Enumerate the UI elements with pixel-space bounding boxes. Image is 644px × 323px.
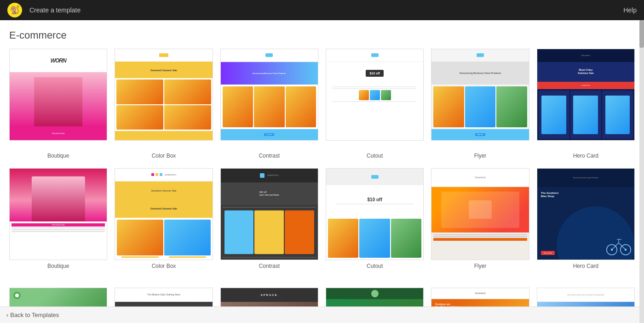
- mc-logo: [371, 290, 379, 297]
- template-thumb-herocard[interactable]: View this email in your browser The Sout…: [537, 168, 635, 260]
- template-thumb-announcing-biz[interactable]: Announcing Business Class Products Shop …: [220, 49, 318, 141]
- template-label-boutique: Boutique: [9, 150, 107, 159]
- ann-gray-banner: Announcing Business Class Products: [431, 62, 529, 85]
- gts-banner: Genertech Summer Sale: [115, 62, 212, 79]
- mono-header: SPRUCE: [221, 288, 318, 302]
- template-item-colorbox[interactable]: GENERTECH Genertech Summer Sale Genertec…: [115, 168, 213, 269]
- ann-gray-product-1: [433, 86, 464, 127]
- template-item-cutout[interactable]: $10 off Cutout: [326, 168, 424, 269]
- template-label-herocard: Hero Card: [537, 150, 635, 159]
- template-item-flyer[interactable]: Genertech Flyer: [431, 168, 529, 269]
- gts-logo: [159, 53, 168, 57]
- template-item-worn[interactable]: WORN PROJEKTPINK: [9, 49, 107, 141]
- ct-product-1: [224, 210, 254, 254]
- template-item-announcing-biz[interactable]: Announcing Business Class Products Shop …: [220, 49, 318, 141]
- tenoff-body: [326, 85, 423, 140]
- cb-logo-text: GENERTECH: [165, 174, 176, 176]
- template-thumb-genertech-summer[interactable]: Genertech Summer Sale: [115, 49, 213, 141]
- template-item-tenoff[interactable]: $10 off: [326, 49, 424, 141]
- ct-product-3: [285, 210, 314, 254]
- cb-logo-yellow: [155, 173, 158, 176]
- label-cutout: Cutout: [367, 153, 383, 159]
- hc-bike-icon: [605, 235, 632, 258]
- ct-logo-text: GENERTECH: [267, 174, 279, 176]
- ct-product-2: [254, 210, 284, 254]
- template-thumb-cutout[interactable]: $10 off: [326, 168, 424, 260]
- boutique-floral: [10, 169, 107, 221]
- template-item-solutions-dark[interactable]: Genertech Black FridaySolutions Sale Lim…: [537, 49, 635, 141]
- flyer-img-inner: [441, 192, 519, 228]
- scrollbar[interactable]: [639, 20, 644, 323]
- cutout-price: $10 off: [368, 197, 382, 202]
- flyer-btn: [433, 238, 527, 241]
- template-item-herocard[interactable]: View this email in your browser The Sout…: [537, 168, 635, 269]
- template-thumb-tenoff[interactable]: $10 off: [326, 49, 424, 141]
- template-thumb-worn[interactable]: WORN PROJEKTPINK: [9, 49, 107, 141]
- nc-header: Genertech: [431, 288, 529, 299]
- cb-header: GENERTECH: [115, 169, 212, 181]
- scrollbar-thumb[interactable]: [639, 20, 644, 48]
- template-name-flyer: Flyer: [474, 263, 487, 269]
- abc-banner: Announcing Business Class Products: [221, 62, 318, 85]
- template-thumb-flyer[interactable]: Genertech: [431, 168, 529, 260]
- tenoff-badge-inner: $10 off: [366, 70, 384, 77]
- template-label-cutout: Cutout: [326, 150, 424, 159]
- cb-prod-img-1: [117, 220, 163, 255]
- ann-gray-products: [431, 85, 529, 129]
- template-grid: WORN PROJEKTPINK Genertech Summer Sale: [9, 49, 635, 323]
- tenoff-badge: $10 off: [326, 62, 423, 85]
- label-boutique: Boutique: [47, 153, 69, 159]
- sol-products: [537, 89, 634, 140]
- mailchimp-logo: 🐒: [7, 3, 22, 17]
- abc-header: [221, 49, 318, 62]
- boutique-person: [32, 176, 85, 221]
- cutout-logo: [371, 175, 379, 179]
- ct-line-2: [223, 257, 316, 258]
- flyer-body: [431, 232, 529, 243]
- cb-banner2: Genertech Summer Sale: [115, 199, 212, 218]
- abc-footer: Shop Now: [221, 129, 318, 140]
- back-bar: ‹ Back to Templates: [0, 306, 639, 323]
- cb-product-1: [117, 220, 163, 258]
- ct-line-1: [223, 207, 316, 208]
- flyer-header: Genertech: [431, 169, 529, 187]
- cutout-product-2: [359, 219, 390, 258]
- template-thumb-colorbox[interactable]: GENERTECH Genertech Summer Sale Genertec…: [115, 168, 213, 260]
- back-label: Back to Templates: [10, 312, 59, 318]
- tenoff-header: [326, 49, 423, 62]
- boutique-line-1: [12, 227, 105, 228]
- tenoff-products: [359, 90, 391, 100]
- boutique-body: PROJEKTPINK: [10, 221, 107, 260]
- template-item-genertech-summer[interactable]: Genertech Summer Sale: [115, 49, 213, 141]
- hi-logo-icon: [13, 292, 21, 299]
- label-flyer: Flyer: [474, 153, 487, 159]
- template-item-boutique[interactable]: PROJEKTPINK Boutique: [9, 168, 107, 269]
- cb-prod-label-1: [121, 256, 159, 258]
- template-item-contrast[interactable]: GENERTECH $10 offyour next purchase: [220, 168, 318, 269]
- gts-products: [115, 78, 212, 131]
- cutout-line: [336, 204, 414, 204]
- svg-line-4: [612, 243, 619, 250]
- template-thumb-solutions-dark[interactable]: Genertech Black FridaySolutions Sale Lim…: [537, 49, 635, 141]
- template-label-flyer: Flyer: [431, 150, 529, 159]
- help-link[interactable]: Help: [623, 6, 637, 14]
- worn-image: [10, 72, 107, 127]
- main-content: E-commerce WORN PROJEKTPINK: [0, 20, 644, 323]
- abc-products: [221, 85, 318, 129]
- boutique-line-2: [12, 229, 105, 230]
- hc-shop-btn: Shop Sale: [541, 251, 555, 255]
- template-thumb-announcing-gray[interactable]: Announcing Business Class Products Shop …: [431, 49, 529, 141]
- back-to-templates-link[interactable]: ‹ Back to Templates: [6, 312, 59, 318]
- template-thumb-contrast[interactable]: GENERTECH $10 offyour next purchase: [220, 168, 318, 260]
- ann-gray-btn: Shop Now: [475, 133, 485, 136]
- ann-gray-header: [431, 49, 529, 62]
- template-name-colorbox: Color Box: [152, 263, 176, 269]
- gts-product-1: [116, 79, 163, 104]
- template-label-contrast: Contrast: [220, 150, 318, 159]
- template-thumb-boutique[interactable]: PROJEKTPINK: [9, 168, 107, 260]
- boutique-badge: PROJEKTPINK: [12, 223, 105, 227]
- template-item-announcing-gray[interactable]: Announcing Business Class Products Shop …: [431, 49, 529, 141]
- tenoff-logo: [371, 53, 379, 57]
- flyer-image: [431, 187, 529, 232]
- cb-products: [115, 218, 212, 260]
